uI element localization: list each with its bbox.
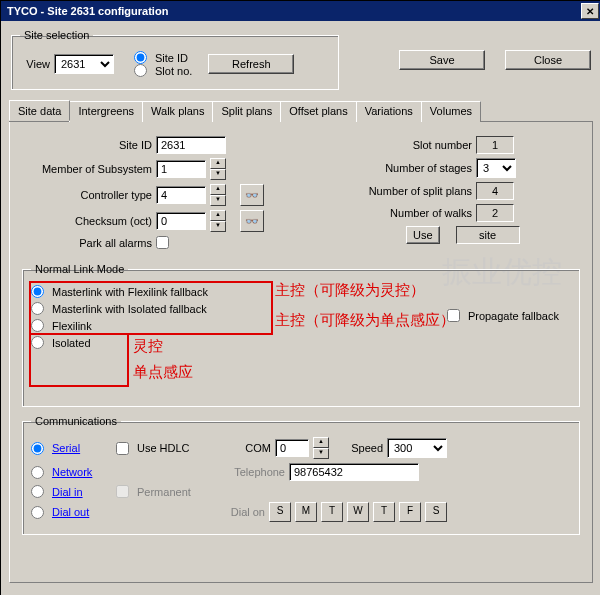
annotation-text-3: 灵控 — [133, 337, 163, 356]
num-walks-label: Number of walks — [332, 207, 472, 219]
tab-strip: Site data Intergreens Walk plans Split p… — [9, 100, 593, 122]
view-select[interactable]: 2631 — [54, 54, 114, 74]
subsystem-label: Member of Subsystem — [22, 163, 152, 175]
permanent-checkbox — [116, 485, 129, 498]
tab-site-data[interactable]: Site data — [9, 100, 70, 121]
day-wed-button[interactable]: W — [347, 502, 369, 522]
dialin-label[interactable]: Dial in — [52, 486, 112, 498]
day-tue-button[interactable]: T — [321, 502, 343, 522]
masterlink-flex-radio[interactable] — [31, 285, 44, 298]
day-sun-button[interactable]: S — [269, 502, 291, 522]
slotno-radio-label: Slot no. — [155, 65, 192, 77]
park-alarms-label: Park all alarms — [22, 237, 152, 249]
slot-number-value: 1 — [476, 136, 514, 154]
save-button[interactable]: Save — [399, 50, 485, 70]
num-stages-select[interactable]: 3 — [476, 158, 516, 178]
com-spinner[interactable]: ▲▼ — [313, 437, 329, 459]
com-label: COM — [211, 442, 271, 454]
telephone-input[interactable] — [289, 463, 419, 481]
day-sat-button[interactable]: S — [425, 502, 447, 522]
tab-volumes[interactable]: Volumes — [421, 101, 481, 122]
serial-radio[interactable] — [31, 442, 44, 455]
slot-number-label: Slot number — [332, 139, 472, 151]
siteid-radio[interactable] — [134, 51, 147, 64]
day-thu-button[interactable]: T — [373, 502, 395, 522]
controller-type-spinner[interactable]: ▲▼ — [210, 184, 226, 206]
dialon-label: Dial on — [215, 506, 265, 518]
subsystem-input[interactable] — [156, 160, 206, 178]
num-walks-value: 2 — [476, 204, 514, 222]
num-split-plans-label: Number of split plans — [332, 185, 472, 197]
checksum-spinner[interactable]: ▲▼ — [210, 210, 226, 232]
flexilink-radio[interactable] — [31, 319, 44, 332]
refresh-button[interactable]: Refresh — [208, 54, 294, 74]
tab-intergreens[interactable]: Intergreens — [69, 101, 143, 122]
network-label[interactable]: Network — [52, 466, 112, 478]
link-mode-legend: Normal Link Mode — [31, 263, 128, 275]
num-stages-label: Number of stages — [332, 162, 472, 174]
day-mon-button[interactable]: M — [295, 502, 317, 522]
masterlink-iso-radio[interactable] — [31, 302, 44, 315]
day-fri-button[interactable]: F — [399, 502, 421, 522]
masterlink-flex-label: Masterlink with Flexilink fallback — [52, 286, 208, 298]
close-icon[interactable]: ✕ — [581, 3, 599, 19]
permanent-label: Permanent — [137, 486, 191, 498]
park-alarms-checkbox[interactable] — [156, 236, 169, 249]
siteid-label: Site ID — [22, 139, 152, 151]
flexilink-label: Flexilink — [52, 320, 92, 332]
masterlink-iso-label: Masterlink with Isolated fallback — [52, 303, 207, 315]
use-value: site — [456, 226, 520, 244]
site-selection-legend: Site selection — [20, 29, 93, 41]
communications-legend: Communications — [31, 415, 121, 427]
speed-label: Speed — [333, 442, 383, 454]
dialin-radio[interactable] — [31, 485, 44, 498]
controller-type-label: Controller type — [22, 189, 152, 201]
checksum-browse-icon[interactable]: 👓 — [240, 210, 264, 232]
slotno-radio[interactable] — [134, 64, 147, 77]
annotation-text-4: 单点感应 — [133, 363, 193, 382]
com-input[interactable] — [275, 439, 309, 457]
annotation-text-1: 主控（可降级为灵控） — [275, 281, 425, 300]
isolated-label: Isolated — [52, 337, 91, 349]
checksum-label: Checksum (oct) — [22, 215, 152, 227]
speed-select[interactable]: 300 — [387, 438, 447, 458]
serial-label[interactable]: Serial — [52, 442, 112, 454]
tab-split-plans[interactable]: Split plans — [212, 101, 281, 122]
dialout-label[interactable]: Dial out — [52, 506, 112, 518]
controller-type-browse-icon[interactable]: 👓 — [240, 184, 264, 206]
subsystem-spinner[interactable]: ▲▼ — [210, 158, 226, 180]
close-button[interactable]: Close — [505, 50, 591, 70]
dialout-radio[interactable] — [31, 506, 44, 519]
network-radio[interactable] — [31, 466, 44, 479]
tab-walk-plans[interactable]: Walk plans — [142, 101, 213, 122]
controller-type-input[interactable] — [156, 186, 206, 204]
checksum-input[interactable] — [156, 212, 206, 230]
usehdlc-checkbox[interactable] — [116, 442, 129, 455]
tab-offset-plans[interactable]: Offset plans — [280, 101, 357, 122]
tab-variations[interactable]: Variations — [356, 101, 422, 122]
siteid-radio-label: Site ID — [155, 52, 188, 64]
annotation-text-2: 主控（可降级为单点感应） — [275, 311, 455, 330]
telephone-label: Telephone — [210, 466, 285, 478]
propagate-fallback-label: Propagate fallback — [468, 310, 559, 322]
titlebar: TYCO - Site 2631 configuration ✕ — [1, 1, 600, 21]
window-title: TYCO - Site 2631 configuration — [3, 5, 581, 17]
num-split-plans-value: 4 — [476, 182, 514, 200]
view-label: View — [20, 58, 50, 70]
siteid-input[interactable] — [156, 136, 226, 154]
isolated-radio[interactable] — [31, 336, 44, 349]
usehdlc-label: Use HDLC — [137, 442, 207, 454]
use-button[interactable]: Use — [406, 226, 440, 244]
